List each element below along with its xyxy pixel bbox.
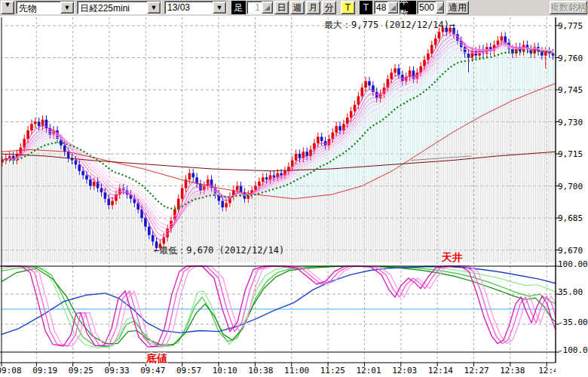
period-month-button[interactable]: 月	[306, 1, 320, 14]
symbol-combobox[interactable]: 日経225mini ▼	[77, 1, 161, 14]
period-minute-button[interactable]: 分	[322, 1, 336, 14]
period-week-button[interactable]: 週	[290, 1, 305, 14]
tick-count-spinner[interactable]: 48	[374, 1, 399, 14]
bar-count-spinner[interactable]: 500	[417, 1, 445, 14]
time-axis-label: 12:27	[460, 366, 493, 375]
time-axis-label: 10:38	[244, 366, 277, 375]
tick-count-value: 48	[375, 2, 387, 14]
price-axis-label: 9,670	[558, 247, 583, 255]
time-axis-label: 09:33	[100, 366, 133, 375]
time-axis-label: 09:08	[0, 366, 26, 375]
contract-combobox[interactable]: 13/03 ▼	[164, 1, 227, 14]
time-axis-label: 09:25	[64, 366, 97, 375]
bar-type-label: 足	[231, 1, 246, 14]
time-axis-label: 12:4	[532, 366, 556, 375]
multi-symbol-button: 複数銘柄	[550, 1, 587, 14]
time-axis-label: 10:10	[208, 366, 241, 375]
time-axis-label: 09:57	[173, 366, 206, 375]
time-axis-label: 09:19	[29, 366, 62, 375]
chevron-down-icon[interactable]: ▼	[213, 2, 226, 14]
price-axis-label: 9,685	[558, 214, 583, 222]
chevron-down-icon: ▼	[2, 2, 14, 8]
window-dropdown-button[interactable]: ▼	[1, 1, 14, 14]
chart-window: ▼ 先物 ▼ 日経225mini ▼ 13/03 ▼ 足 1 日 週 月 分 T…	[0, 0, 588, 377]
osc-axis-label: -100.00	[558, 346, 588, 354]
price-axis-label: 9,745	[558, 86, 583, 94]
osc-axis-label: -35.00	[558, 318, 588, 326]
market-combobox[interactable]: 先物 ▼	[16, 1, 75, 14]
period-day-button[interactable]: 日	[274, 1, 289, 14]
period-tick-button[interactable]: T	[341, 1, 355, 14]
price-axis-label: 9,700	[558, 182, 583, 191]
osc-axis-label: 35.00	[558, 288, 583, 296]
tick-label: T	[360, 1, 372, 14]
time-axis-label: 09:47	[136, 366, 170, 375]
market-value: 先物	[17, 2, 60, 14]
spin-icon[interactable]	[387, 2, 398, 14]
time-axis: 09:0809:1909:2509:3309:4709:5710:1010:38…	[0, 16, 556, 377]
osc-axis-label: 100.00	[558, 260, 588, 268]
price-axis-label: 9,760	[558, 54, 583, 63]
price-axis-label: 9,715	[558, 150, 583, 158]
time-axis-label: 12:38	[496, 366, 529, 375]
spin-icon[interactable]	[436, 2, 444, 14]
spin-icon[interactable]	[262, 2, 273, 14]
chevron-down-icon[interactable]: ▼	[60, 2, 74, 14]
interval-value: 1	[247, 2, 262, 14]
contract-value: 13/03	[165, 2, 213, 14]
time-axis-label: 11:25	[316, 366, 349, 375]
apply-button[interactable]: 適用	[446, 1, 469, 14]
time-axis-label: 12:14	[424, 366, 457, 375]
time-axis-label: 12:03	[388, 366, 421, 375]
time-axis-label: 11:00	[280, 366, 314, 375]
price-axis-label: 9,730	[558, 118, 583, 127]
toolbar: ▼ 先物 ▼ 日経225mini ▼ 13/03 ▼ 足 1 日 週 月 分 T…	[0, 0, 588, 17]
bar-count-value: 500	[418, 2, 436, 14]
bar-count-label: 本数	[400, 1, 416, 14]
chart-canvas[interactable]: 最大：9,775 (2012/12/14)→ ←最低：9,670 (2012/1…	[0, 16, 588, 377]
symbol-value: 日経225mini	[78, 2, 147, 14]
interval-spinner[interactable]: 1	[247, 1, 274, 14]
chevron-down-icon[interactable]: ▼	[147, 2, 161, 14]
price-axis-label: 9,775	[558, 22, 583, 30]
time-axis-label: 12:01	[352, 366, 385, 375]
price-axis: 9,7759,7609,7459,7309,7159,7009,6859,670…	[558, 16, 588, 363]
